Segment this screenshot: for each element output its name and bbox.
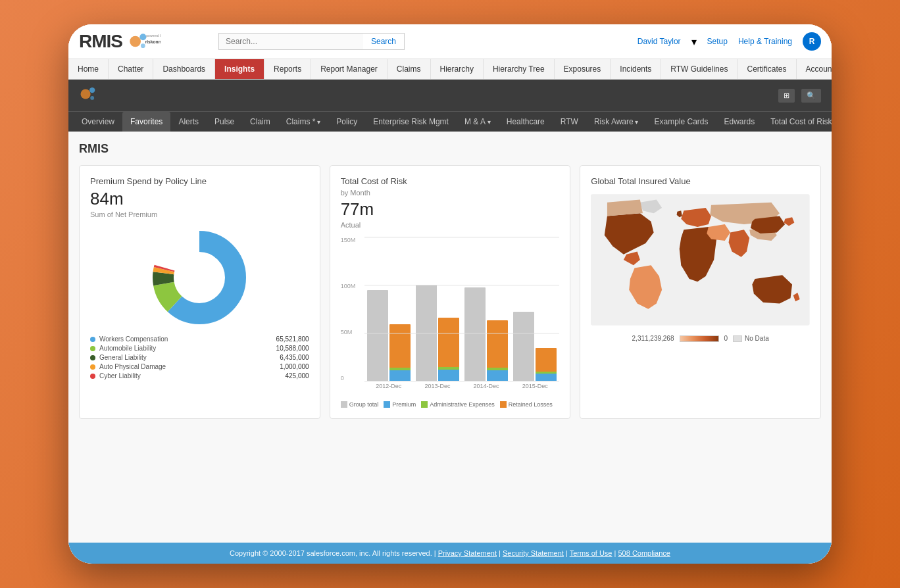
footer-terms[interactable]: Terms of Use: [570, 549, 612, 557]
nav-hierarchy[interactable]: Hierarchy: [431, 59, 484, 79]
snav-rtw[interactable]: RTW: [553, 112, 586, 132]
svg-text:riskonnect: riskonnect: [145, 39, 161, 44]
card1-subtitle: Sum of Net Premium: [90, 210, 309, 218]
donut-wrapper: Workers Compensation 65,521,800 Automobi…: [90, 225, 309, 381]
legend-value-gl: 6,435,000: [280, 354, 309, 361]
y-label-0: 0: [341, 375, 364, 381]
legend-dot-cyber: [90, 374, 95, 379]
legend-label-auto-liab: Automobile Liability: [99, 345, 272, 352]
nav-certificates[interactable]: Certificates: [738, 59, 796, 79]
top-nav-right: David Taylor ▾ Setup Help & Training R: [638, 32, 821, 51]
nav-insights[interactable]: Insights: [215, 59, 264, 79]
secondary-nav-wrapper: ⊞ 🔍 Overview Favorites Alerts Pulse Clai…: [68, 80, 832, 132]
donut-legend: Workers Compensation 65,521,800 Automobi…: [90, 335, 309, 381]
bar-2015-premium: [536, 374, 557, 381]
search-button[interactable]: Search: [363, 33, 405, 50]
search-input[interactable]: [218, 33, 363, 50]
snav-example[interactable]: Example Cards: [646, 112, 716, 132]
nav-dashboards[interactable]: Dashboards: [153, 59, 215, 79]
bar-2013-group: [416, 285, 437, 381]
svg-text:powered by: powered by: [146, 34, 161, 37]
nav-claims[interactable]: Claims: [388, 59, 431, 79]
map-max-value: 2,311,239,268: [632, 335, 674, 342]
snav-pulse[interactable]: Pulse: [207, 112, 242, 132]
bar-2014-premium: [487, 370, 508, 381]
snav-risk-aware[interactable]: Risk Aware: [586, 112, 647, 132]
legend-label-workers: Workers Compensation: [99, 335, 272, 343]
snav-edwards[interactable]: Edwards: [716, 112, 763, 132]
x-label-2014: 2014-Dec: [464, 383, 508, 393]
legend-apd: Auto Physical Damage 1,000,000: [90, 363, 309, 370]
legend-dot-gl: [90, 355, 95, 360]
bar-group-2014: [464, 237, 508, 381]
nav-search-button[interactable]: 🔍: [801, 89, 821, 103]
bar-chart-area: 2012-Dec 2013-Dec 2014-Dec 2015-Dec: [364, 237, 560, 395]
card3-title: Global Total Insured Value: [591, 176, 810, 186]
snav-healthcare[interactable]: Healthcare: [499, 112, 553, 132]
legend-dot-apd: [90, 364, 95, 370]
snav-favorites[interactable]: Favorites: [122, 112, 170, 132]
footer-privacy[interactable]: Privacy Statement: [438, 549, 497, 557]
nav-incidents[interactable]: Incidents: [611, 59, 661, 79]
footer-security[interactable]: Security Statement: [503, 549, 564, 557]
nav-grid-button[interactable]: ⊞: [778, 89, 795, 103]
snav-alerts[interactable]: Alerts: [170, 112, 207, 132]
world-map-legend: 2,311,239,268 0 No Data: [591, 335, 810, 342]
user-name[interactable]: David Taylor: [638, 37, 681, 46]
legend-color-retained: [500, 401, 507, 408]
bar-legend-retained: Retained Losses: [500, 401, 553, 408]
main-nav: Home Chatter Dashboards Insights Reports…: [68, 59, 832, 80]
bars-container: [364, 237, 560, 381]
legend-label-admin: Administrative Expenses: [430, 401, 495, 408]
world-map-container: 2,311,239,268 0 No Data: [591, 194, 810, 342]
snav-ma[interactable]: M & A: [457, 112, 499, 132]
snav-total-cost[interactable]: Total Cost of Risk: [762, 112, 832, 132]
card1-title: Premium Spend by Policy Line: [90, 176, 309, 186]
nav-home[interactable]: Home: [68, 59, 109, 79]
total-cost-card: Total Cost of Risk by Month 77m Actual 0…: [330, 165, 571, 419]
nav-reports[interactable]: Reports: [264, 59, 311, 79]
nav-hierarchy-tree[interactable]: Hierarchy Tree: [484, 59, 555, 79]
bar-2014-retained: [487, 320, 508, 368]
svg-point-7: [90, 96, 94, 100]
nav-logo-small: [79, 84, 107, 107]
legend-label-premium: Premium: [392, 401, 416, 408]
card1-big-number: 84m: [90, 189, 309, 209]
map-nodata-label: No Data: [745, 335, 769, 342]
legend-color-premium: [384, 401, 390, 408]
x-labels: 2012-Dec 2013-Dec 2014-Dec 2015-Dec: [364, 381, 560, 395]
snav-policy[interactable]: Policy: [328, 112, 365, 132]
legend-dot-auto-liab: [90, 346, 95, 351]
bar-group-2015: [513, 237, 557, 381]
legend-dot-workers: [90, 337, 95, 342]
bar-2012-stacked: [389, 290, 411, 381]
bar-2012-retained: [389, 324, 411, 368]
snav-claim[interactable]: Claim: [242, 112, 278, 132]
nav-chatter[interactable]: Chatter: [109, 59, 153, 79]
nav-accounts[interactable]: Accounts: [797, 59, 832, 79]
legend-value-auto-liab: 10,588,000: [276, 345, 309, 352]
legend-gl: General Liability 6,435,000: [90, 354, 309, 361]
bar-2013-stacked: [438, 285, 459, 381]
nav-report-manager[interactable]: Report Manager: [311, 59, 388, 79]
bar-2015-group: [513, 312, 534, 381]
bar-2015-retained: [536, 348, 557, 372]
bar-2013-retained: [438, 318, 459, 367]
legend-workers-comp: Workers Compensation 65,521,800: [90, 335, 309, 343]
search-area: Search: [218, 33, 429, 50]
footer-508[interactable]: 508 Compliance: [618, 549, 670, 557]
snav-overview[interactable]: Overview: [74, 112, 122, 132]
snav-claims[interactable]: Claims *: [278, 112, 328, 132]
map-nodata-box: [733, 335, 742, 342]
secondary-nav: Overview Favorites Alerts Pulse Claim Cl…: [68, 111, 832, 132]
snav-enterprise[interactable]: Enterprise Risk Mgmt: [365, 112, 457, 132]
secondary-nav-top-right: ⊞ 🔍: [778, 89, 821, 103]
bar-2014-group: [464, 287, 486, 381]
legend-label-group: Group total: [349, 401, 379, 408]
setup-link[interactable]: Setup: [707, 37, 728, 46]
nav-exposures[interactable]: Exposures: [555, 59, 611, 79]
map-min-value: 0: [724, 335, 728, 342]
y-label-50: 50M: [341, 329, 364, 335]
help-link[interactable]: Help & Training: [738, 37, 792, 46]
nav-rtw[interactable]: RTW Guidelines: [661, 59, 738, 79]
